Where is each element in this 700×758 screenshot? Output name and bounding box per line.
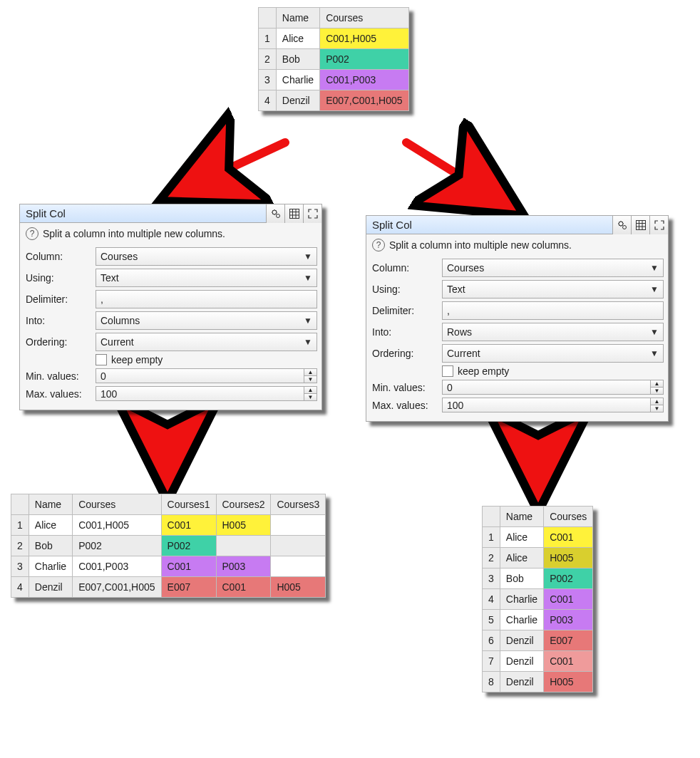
label-using: Using: [371, 284, 442, 295]
col-header: Name [29, 494, 72, 515]
using-select[interactable]: Text▼ [96, 269, 317, 287]
source-table: Name Courses 1 Alice C001,H005 2 Bob P00… [258, 7, 409, 111]
split-col-panel-columns: Split Col ? Split a column into multiple… [19, 204, 322, 410]
max-values-spinner[interactable]: ▲▼ [304, 386, 317, 401]
col-header: Courses [73, 494, 161, 515]
table-row: 8DenzilH005 [483, 672, 593, 692]
chevron-down-icon: ▼ [304, 394, 316, 400]
help-text: Split a column into multiple new columns… [389, 239, 572, 251]
table-corner [259, 8, 277, 28]
col-header: Courses1 [161, 494, 216, 515]
help-icon[interactable]: ? [372, 239, 385, 251]
label-max: Max. values: [371, 400, 442, 411]
max-values-input[interactable]: 100 [442, 398, 651, 412]
result-table-columns: Name Courses Courses1 Courses2 Courses3 … [11, 494, 326, 598]
expand-button[interactable] [303, 204, 321, 223]
col-header: Name [500, 507, 543, 527]
chevron-up-icon: ▲ [304, 369, 316, 376]
expand-icon [308, 209, 318, 219]
settings-button[interactable] [612, 216, 631, 234]
panel-titlebar: Split Col [20, 204, 321, 223]
column-select[interactable]: Courses▼ [442, 259, 664, 277]
result-table-rows: Name Courses 1AliceC001 2AliceH005 3BobP… [482, 506, 593, 692]
table-row: 5CharlieP003 [483, 610, 593, 630]
chevron-down-icon: ▼ [650, 284, 659, 294]
label-ordering: Ordering: [371, 348, 442, 359]
col-header: Courses [544, 507, 593, 527]
svg-line-2 [406, 142, 510, 207]
grid-button[interactable] [284, 204, 303, 223]
max-values-input[interactable]: 100 [96, 386, 304, 401]
grid-icon [289, 209, 299, 219]
chevron-down-icon: ▼ [304, 273, 312, 283]
keep-empty-checkbox[interactable] [96, 354, 107, 365]
max-values-spinner[interactable]: ▲▼ [651, 398, 664, 412]
help-icon[interactable]: ? [26, 227, 38, 240]
table-row: 3BobP002 [483, 568, 593, 589]
label-delimiter: Delimiter: [371, 305, 442, 316]
table-row: 1AliceC001 [483, 527, 593, 548]
panel-titlebar: Split Col [366, 216, 668, 234]
chevron-down-icon: ▼ [304, 316, 312, 326]
table-row: 3 Charlie C001,P003 C001 P003 [11, 556, 326, 577]
gears-icon [270, 208, 282, 219]
into-select[interactable]: Columns▼ [96, 311, 317, 330]
min-values-spinner[interactable]: ▲▼ [651, 380, 664, 395]
chevron-up-icon: ▲ [651, 398, 663, 405]
expand-button[interactable] [649, 216, 668, 234]
svg-point-6 [276, 214, 279, 217]
panel-help: ? Split a column into multiple new colum… [366, 234, 668, 254]
chevron-down-icon: ▼ [304, 251, 312, 261]
label-max: Max. values: [24, 388, 96, 400]
using-select[interactable]: Text▼ [442, 280, 664, 298]
delimiter-input[interactable]: , [442, 301, 664, 320]
table-row: 4 Denzil E007,C001,H005 [259, 90, 409, 111]
table-row: 1 Alice C001,H005 [259, 28, 409, 49]
col-header-name: Name [276, 8, 319, 28]
grid-button[interactable] [631, 216, 649, 234]
table-row: 2AliceH005 [483, 548, 593, 568]
table-row: 1 Alice C001,H005 C001 H005 [11, 515, 326, 536]
chevron-down-icon: ▼ [650, 263, 659, 273]
gears-icon [617, 219, 628, 231]
label-min: Min. values: [24, 370, 96, 382]
column-select[interactable]: Courses▼ [96, 247, 317, 266]
table-row: 4CharlieC001 [483, 589, 593, 610]
chevron-down-icon: ▼ [650, 348, 659, 358]
into-select[interactable]: Rows▼ [442, 323, 664, 341]
chevron-down-icon: ▼ [304, 376, 316, 383]
min-values-spinner[interactable]: ▲▼ [304, 368, 317, 383]
panel-title: Split Col [366, 217, 612, 232]
ordering-select[interactable]: Current▼ [96, 333, 317, 351]
label-ordering: Ordering: [24, 336, 96, 348]
table-row: 6DenzilE007 [483, 630, 593, 651]
help-text: Split a column into multiple new columns… [43, 228, 225, 239]
delimiter-input[interactable]: , [96, 290, 317, 308]
svg-rect-14 [636, 220, 645, 229]
table-row: 2 Bob P002 [259, 49, 409, 70]
label-using: Using: [24, 272, 96, 284]
expand-icon [654, 220, 664, 230]
chevron-down-icon: ▼ [650, 327, 659, 337]
label-delimiter: Delimiter: [24, 294, 96, 305]
table-row: 7DenzilC001 [483, 651, 593, 672]
ordering-select[interactable]: Current▼ [442, 344, 664, 363]
settings-button[interactable] [266, 204, 284, 223]
chevron-up-icon: ▲ [304, 387, 316, 394]
chevron-down-icon: ▼ [304, 337, 312, 347]
svg-rect-7 [289, 209, 299, 218]
min-values-input[interactable]: 0 [442, 380, 651, 395]
table-row: 3 Charlie C001,P003 [259, 70, 409, 90]
table-row: 4 Denzil E007,C001,H005 E007 C001 H005 [11, 577, 326, 598]
min-values-input[interactable]: 0 [96, 368, 304, 383]
label-column: Column: [371, 262, 442, 274]
label-column: Column: [24, 251, 96, 262]
label-min: Min. values: [371, 382, 442, 393]
chevron-down-icon: ▼ [651, 388, 663, 394]
col-header: Courses3 [271, 494, 326, 515]
chevron-up-icon: ▲ [651, 380, 663, 388]
keep-empty-checkbox[interactable] [442, 365, 453, 377]
panel-title: Split Col [20, 206, 266, 221]
split-col-panel-rows: Split Col ? Split a column into multiple… [366, 215, 669, 422]
col-header-courses: Courses [320, 8, 408, 28]
